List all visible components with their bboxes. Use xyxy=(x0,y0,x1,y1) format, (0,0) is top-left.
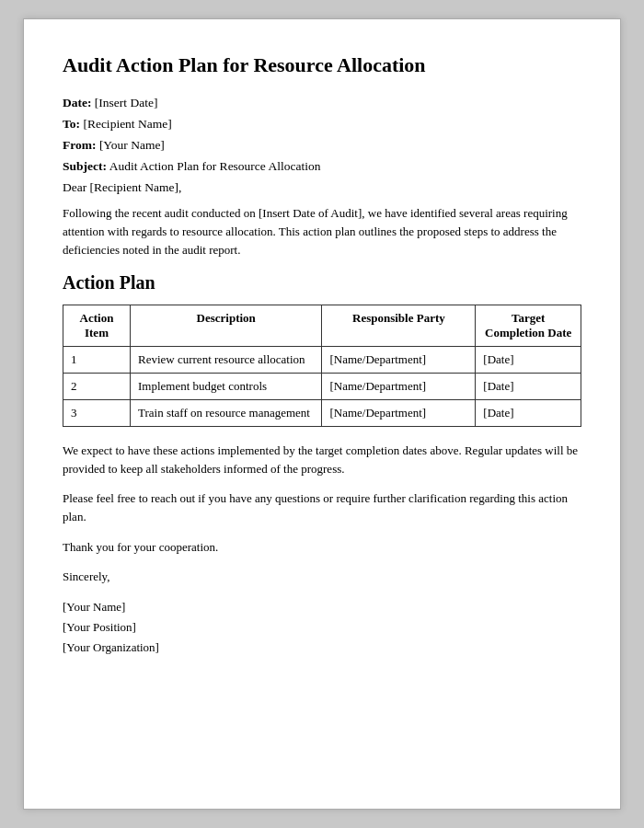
cell-description: Implement budget controls xyxy=(130,374,322,400)
table-row: 3 Train staff on resource management [Na… xyxy=(63,400,581,427)
sincerely-line: Sincerely, xyxy=(63,568,581,586)
cell-target-date: [Date] xyxy=(476,400,581,427)
questions-paragraph: Please feel free to reach out if you hav… xyxy=(63,489,581,526)
cell-responsible-party: [Name/Department] xyxy=(322,400,476,427)
thanks-line: Thank you for your cooperation. xyxy=(63,538,581,557)
action-plan-section-title: Action Plan xyxy=(63,272,581,293)
from-label: From: xyxy=(63,138,97,152)
cell-responsible-party: [Name/Department] xyxy=(322,374,476,400)
table-header-row: ActionItem Description Responsible Party… xyxy=(63,305,581,347)
subject-label: Subject: xyxy=(63,159,107,173)
document-page: Audit Action Plan for Resource Allocatio… xyxy=(23,18,621,810)
cell-description: Train staff on resource management xyxy=(130,400,322,427)
from-line: From: [Your Name] xyxy=(63,138,581,153)
cell-action-item: 1 xyxy=(63,347,131,374)
cell-action-item: 2 xyxy=(63,374,131,400)
document-title: Audit Action Plan for Resource Allocatio… xyxy=(63,52,581,79)
signature-organization: [Your Organization] xyxy=(63,638,581,658)
col-header-target-date: Target Completion Date xyxy=(476,305,581,347)
subject-line: Subject: Audit Action Plan for Resource … xyxy=(63,159,581,174)
signature-position: [Your Position] xyxy=(63,617,581,638)
date-label: Date: xyxy=(63,96,91,109)
action-plan-table: ActionItem Description Responsible Party… xyxy=(63,305,581,427)
table-row: 1 Review current resource allocation [Na… xyxy=(63,347,581,374)
signature-name: [Your Name] xyxy=(63,597,581,617)
table-row: 2 Implement budget controls [Name/Depart… xyxy=(63,374,581,400)
cell-description: Review current resource allocation xyxy=(130,347,322,374)
col-header-action-item: ActionItem xyxy=(63,305,131,347)
cell-target-date: [Date] xyxy=(476,374,581,400)
signature-block: [Your Name] [Your Position] [Your Organi… xyxy=(63,597,581,658)
follow-up-paragraph: We expect to have these actions implemen… xyxy=(63,442,581,478)
col-header-responsible-party: Responsible Party xyxy=(322,305,476,347)
intro-paragraph: Following the recent audit conducted on … xyxy=(63,204,581,259)
dear-line: Dear [Recipient Name], xyxy=(63,180,581,195)
to-label: To: xyxy=(63,117,80,131)
closing-block: We expect to have these actions implemen… xyxy=(63,442,581,586)
cell-target-date: [Date] xyxy=(476,347,581,374)
cell-action-item: 3 xyxy=(63,400,131,427)
to-line: To: [Recipient Name] xyxy=(63,117,581,132)
date-line: Date: [Insert Date] xyxy=(63,96,581,110)
col-header-description: Description xyxy=(130,305,322,347)
cell-responsible-party: [Name/Department] xyxy=(322,347,476,374)
